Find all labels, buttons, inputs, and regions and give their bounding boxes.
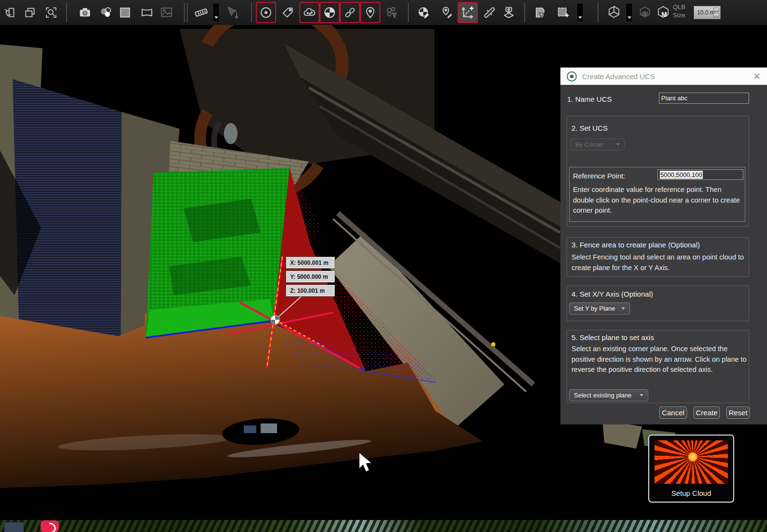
select-plane-instructions: Select an existing corner plane. Once se… <box>572 344 748 375</box>
import-project-icon[interactable] <box>1 2 20 23</box>
tooltip-x: X: 5000.001 m <box>286 257 335 268</box>
photo-thumbnail[interactable] <box>4 522 24 532</box>
panorama-icon[interactable] <box>138 2 157 23</box>
chevron-down-icon <box>616 143 620 146</box>
selection-rect-icon[interactable] <box>553 2 572 23</box>
reference-point-input[interactable]: 5000,5000,100 <box>657 169 743 180</box>
select-plane-dropdown[interactable]: Select existing plane <box>569 389 648 401</box>
set-ucs-label: 2. Set UCS <box>572 124 608 132</box>
set-axis-label: 4. Set X/Y Axis (Optional) <box>572 290 653 298</box>
windows-layout-icon[interactable] <box>20 2 40 23</box>
create-ucs-icon[interactable] <box>458 2 478 23</box>
zoom-region-icon[interactable] <box>42 2 61 23</box>
cancel-button[interactable]: Cancel <box>659 407 687 419</box>
clipping-palette-icon[interactable] <box>530 2 549 23</box>
select-plane-dropdown-value: Select existing plane <box>574 392 631 399</box>
close-icon[interactable]: ✕ <box>752 71 762 82</box>
hole-object <box>261 423 277 433</box>
setup-cloud-label: Setup Cloud <box>649 489 733 497</box>
toolbar-divider <box>598 3 599 22</box>
dialog-title: Create Advanced UCS <box>582 72 655 81</box>
projector-icon[interactable] <box>499 2 518 23</box>
qlb-spinner-buttons[interactable] <box>713 8 719 17</box>
toolbar-divider <box>66 3 67 22</box>
select-plane-group: 5. Select plane to set axis Select an ex… <box>567 330 749 403</box>
toolbar-divider <box>251 3 252 22</box>
faro-logo-icon[interactable] <box>41 520 59 532</box>
toolbar-divider <box>184 3 185 22</box>
toolbar-divider <box>187 3 188 22</box>
setup-cloud-thumbnail[interactable]: Setup Cloud <box>648 435 734 503</box>
create-button[interactable]: Create <box>694 407 720 419</box>
color-balls-icon[interactable] <box>96 2 115 23</box>
create-advanced-ucs-dialog: Create Advanced UCS ✕ 1. Name UCS Plant … <box>560 68 767 424</box>
tooltip-y: Y: 5000.000 m <box>286 271 335 282</box>
reference-point-value: 5000,5000,100 <box>660 171 703 179</box>
set-axis-group: 4. Set X/Y Axis (Optional) Set Y by Plan… <box>567 286 749 321</box>
cloud-annotation-icon[interactable] <box>299 2 320 23</box>
green-corner-plane[interactable] <box>146 168 290 338</box>
fence-area-group: 3. Fence area to create plane (Optional)… <box>567 237 749 277</box>
set-ucs-group: 2. Set UCS By Corner Reference Point: 50… <box>567 116 749 227</box>
toolbar-divider <box>524 3 525 22</box>
cursor-temperature-icon[interactable] <box>223 2 242 23</box>
fence-area-label: 3. Fence area to create plane (Optional) <box>572 241 700 249</box>
cube-dropdown[interactable] <box>626 3 633 22</box>
select-plane-label: 5. Select plane to set axis <box>572 333 654 341</box>
ucs-dialog-icon <box>567 71 577 82</box>
name-ucs-input[interactable]: Plant abc <box>659 93 749 104</box>
set-axis-dropdown-value: Set Y by Plane <box>574 305 615 312</box>
chevron-down-icon <box>214 16 218 19</box>
view-cube-icon[interactable] <box>604 2 624 23</box>
dialog-header[interactable]: Create Advanced UCS ✕ <box>560 68 767 85</box>
name-ucs-label: 1. Name UCS <box>567 95 612 103</box>
fence-area-instructions: Select Fencing tool and select an area o… <box>572 252 745 273</box>
selection-dropdown[interactable] <box>576 3 584 22</box>
measure-wand-icon[interactable] <box>480 2 499 23</box>
chevron-down-icon <box>621 307 625 310</box>
set-ucs-dropdown[interactable]: By Corner <box>571 138 625 150</box>
panorama-photo-strip[interactable] <box>0 520 767 532</box>
filter-targets-icon[interactable] <box>381 2 401 23</box>
reference-point-instructions: Enter coordinate value for reference poi… <box>573 185 744 216</box>
solid-square-icon[interactable] <box>115 2 135 23</box>
svg-text:M: M <box>661 11 667 18</box>
image-icon[interactable] <box>157 2 176 23</box>
set-ucs-dropdown-value: By Corner <box>575 141 604 148</box>
ruler-icon[interactable] <box>193 2 209 23</box>
pipe-glint <box>224 123 237 144</box>
set-axis-dropdown[interactable]: Set Y by Plane <box>569 302 630 314</box>
main-toolbar: M QLBSize: 10.0 m <box>0 0 767 26</box>
chevron-down-icon <box>578 16 582 19</box>
yellow-marker <box>491 342 496 347</box>
reference-point-label: Reference Point: <box>573 172 625 180</box>
cube-model-icon[interactable]: M <box>654 2 673 23</box>
reference-point-box: Reference Point: 5000,5000,100 Enter coo… <box>569 167 745 222</box>
target-sphere-icon[interactable] <box>320 2 340 23</box>
edit-pin-icon[interactable] <box>437 2 457 23</box>
camera-icon[interactable] <box>75 2 95 23</box>
setup-cloud-image <box>655 440 728 484</box>
reset-button[interactable]: Reset <box>726 407 750 419</box>
tooltip-z: Z: 100.001 m <box>286 285 335 296</box>
ruler-dropdown[interactable] <box>212 3 220 22</box>
point-marker-icon[interactable] <box>256 2 276 23</box>
link-measure-icon[interactable] <box>340 2 360 23</box>
toolbar-divider <box>408 3 409 22</box>
chevron-down-icon <box>628 16 631 19</box>
location-pin-icon[interactable] <box>360 2 380 23</box>
qlb-size-input[interactable]: 10.0 m <box>694 6 721 19</box>
cube-eye-icon[interactable] <box>635 2 655 23</box>
chevron-down-icon <box>640 394 643 396</box>
edit-target-icon[interactable] <box>414 2 433 23</box>
hole-object <box>244 425 256 433</box>
tag-annotation-icon[interactable] <box>278 2 297 23</box>
qlb-size-label: QLBSize: <box>673 3 687 19</box>
palm-fronds <box>0 520 767 532</box>
